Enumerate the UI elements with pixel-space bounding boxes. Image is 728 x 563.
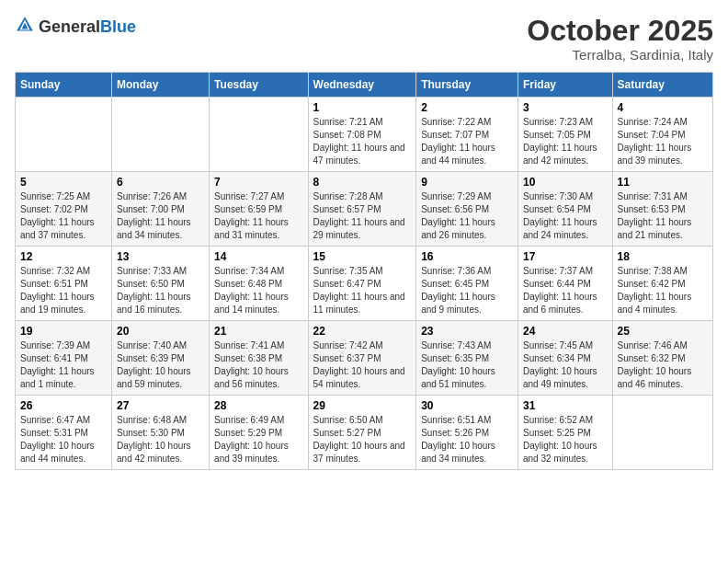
day-header-tuesday: Tuesday xyxy=(210,73,308,98)
calendar-header-row: SundayMondayTuesdayWednesdayThursdayFrid… xyxy=(16,73,713,98)
day-info: Sunrise: 7:24 AMSunset: 7:04 PMDaylight:… xyxy=(618,116,708,167)
day-number: 6 xyxy=(117,176,204,189)
calendar-cell: 31Sunrise: 6:52 AMSunset: 5:25 PMDayligh… xyxy=(518,396,612,470)
day-number: 27 xyxy=(117,399,204,412)
calendar-cell: 22Sunrise: 7:42 AMSunset: 6:37 PMDayligh… xyxy=(308,321,416,396)
day-number: 16 xyxy=(421,250,513,263)
calendar-cell: 13Sunrise: 7:33 AMSunset: 6:50 PMDayligh… xyxy=(112,247,210,321)
day-number: 9 xyxy=(421,176,513,189)
calendar-cell: 21Sunrise: 7:41 AMSunset: 6:38 PMDayligh… xyxy=(210,321,308,396)
calendar-cell: 14Sunrise: 7:34 AMSunset: 6:48 PMDayligh… xyxy=(210,247,308,321)
calendar-cell: 25Sunrise: 7:46 AMSunset: 6:32 PMDayligh… xyxy=(612,321,712,396)
calendar-week-row: 26Sunrise: 6:47 AMSunset: 5:31 PMDayligh… xyxy=(16,396,713,470)
day-header-monday: Monday xyxy=(112,73,210,98)
day-info: Sunrise: 7:23 AMSunset: 7:05 PMDaylight:… xyxy=(523,116,608,167)
calendar-cell: 29Sunrise: 6:50 AMSunset: 5:27 PMDayligh… xyxy=(308,396,416,470)
calendar-cell: 4Sunrise: 7:24 AMSunset: 7:04 PMDaylight… xyxy=(612,98,712,172)
day-number: 21 xyxy=(214,325,302,338)
calendar-cell xyxy=(112,98,210,172)
logo-text: GeneralBlue xyxy=(39,18,136,36)
day-number: 23 xyxy=(421,325,513,338)
calendar-cell xyxy=(612,396,712,470)
day-info: Sunrise: 7:42 AMSunset: 6:37 PMDaylight:… xyxy=(313,339,412,391)
calendar-cell: 9Sunrise: 7:29 AMSunset: 6:56 PMDaylight… xyxy=(416,172,518,247)
calendar-cell: 6Sunrise: 7:26 AMSunset: 7:00 PMDaylight… xyxy=(112,172,210,247)
day-info: Sunrise: 7:29 AMSunset: 6:56 PMDaylight:… xyxy=(421,190,513,242)
day-number: 2 xyxy=(421,101,513,114)
calendar-cell: 5Sunrise: 7:25 AMSunset: 7:02 PMDaylight… xyxy=(16,172,112,247)
calendar-cell: 3Sunrise: 7:23 AMSunset: 7:05 PMDaylight… xyxy=(518,98,612,172)
day-header-wednesday: Wednesday xyxy=(308,73,416,98)
day-info: Sunrise: 6:52 AMSunset: 5:25 PMDaylight:… xyxy=(523,414,608,465)
day-number: 15 xyxy=(313,250,412,263)
day-info: Sunrise: 7:25 AMSunset: 7:02 PMDaylight:… xyxy=(20,190,107,242)
calendar-cell: 2Sunrise: 7:22 AMSunset: 7:07 PMDaylight… xyxy=(416,98,518,172)
day-number: 11 xyxy=(618,176,708,189)
title-section: October 2025 Terralba, Sardinia, Italy xyxy=(527,15,713,63)
day-number: 14 xyxy=(214,250,302,263)
calendar-cell: 11Sunrise: 7:31 AMSunset: 6:53 PMDayligh… xyxy=(612,172,712,247)
day-info: Sunrise: 7:22 AMSunset: 7:07 PMDaylight:… xyxy=(421,116,513,167)
calendar-cell: 28Sunrise: 6:49 AMSunset: 5:29 PMDayligh… xyxy=(210,396,308,470)
calendar-cell: 7Sunrise: 7:27 AMSunset: 6:59 PMDaylight… xyxy=(210,172,308,247)
logo-general: General xyxy=(39,17,100,36)
day-number: 12 xyxy=(20,250,107,263)
calendar-table: SundayMondayTuesdayWednesdayThursdayFrid… xyxy=(15,72,713,470)
calendar-cell: 23Sunrise: 7:43 AMSunset: 6:35 PMDayligh… xyxy=(416,321,518,396)
day-info: Sunrise: 7:46 AMSunset: 6:32 PMDaylight:… xyxy=(618,339,708,391)
day-number: 25 xyxy=(618,325,708,338)
day-number: 19 xyxy=(20,325,107,338)
day-info: Sunrise: 6:51 AMSunset: 5:26 PMDaylight:… xyxy=(421,414,513,465)
day-info: Sunrise: 7:41 AMSunset: 6:38 PMDaylight:… xyxy=(214,339,302,391)
day-info: Sunrise: 7:31 AMSunset: 6:53 PMDaylight:… xyxy=(618,190,708,242)
day-info: Sunrise: 7:37 AMSunset: 6:44 PMDaylight:… xyxy=(523,265,608,316)
day-info: Sunrise: 7:40 AMSunset: 6:39 PMDaylight:… xyxy=(117,339,204,391)
calendar-cell: 1Sunrise: 7:21 AMSunset: 7:08 PMDaylight… xyxy=(308,98,416,172)
day-info: Sunrise: 7:27 AMSunset: 6:59 PMDaylight:… xyxy=(214,190,302,242)
day-info: Sunrise: 7:21 AMSunset: 7:08 PMDaylight:… xyxy=(313,116,412,167)
day-info: Sunrise: 7:32 AMSunset: 6:51 PMDaylight:… xyxy=(20,265,107,316)
calendar-cell: 20Sunrise: 7:40 AMSunset: 6:39 PMDayligh… xyxy=(112,321,210,396)
day-info: Sunrise: 7:38 AMSunset: 6:42 PMDaylight:… xyxy=(618,265,708,316)
calendar-cell: 24Sunrise: 7:45 AMSunset: 6:34 PMDayligh… xyxy=(518,321,612,396)
calendar-cell xyxy=(16,98,112,172)
calendar-cell: 15Sunrise: 7:35 AMSunset: 6:47 PMDayligh… xyxy=(308,247,416,321)
calendar-week-row: 19Sunrise: 7:39 AMSunset: 6:41 PMDayligh… xyxy=(16,321,713,396)
day-info: Sunrise: 7:39 AMSunset: 6:41 PMDaylight:… xyxy=(20,339,107,391)
day-number: 4 xyxy=(618,101,708,114)
calendar-week-row: 12Sunrise: 7:32 AMSunset: 6:51 PMDayligh… xyxy=(16,247,713,321)
day-number: 30 xyxy=(421,399,513,412)
calendar-week-row: 1Sunrise: 7:21 AMSunset: 7:08 PMDaylight… xyxy=(16,98,713,172)
logo-graphic xyxy=(15,15,35,39)
day-number: 26 xyxy=(20,399,107,412)
month-title: October 2025 xyxy=(527,15,713,47)
day-header-sunday: Sunday xyxy=(16,73,112,98)
day-number: 13 xyxy=(117,250,204,263)
calendar-cell xyxy=(210,98,308,172)
day-info: Sunrise: 7:34 AMSunset: 6:48 PMDaylight:… xyxy=(214,265,302,316)
logo: GeneralBlue xyxy=(15,15,136,39)
day-number: 31 xyxy=(523,399,608,412)
page-header: GeneralBlue October 2025 Terralba, Sardi… xyxy=(15,15,713,63)
calendar-cell: 18Sunrise: 7:38 AMSunset: 6:42 PMDayligh… xyxy=(612,247,712,321)
day-info: Sunrise: 7:35 AMSunset: 6:47 PMDaylight:… xyxy=(313,265,412,316)
calendar-cell: 19Sunrise: 7:39 AMSunset: 6:41 PMDayligh… xyxy=(16,321,112,396)
day-number: 3 xyxy=(523,101,608,114)
calendar-week-row: 5Sunrise: 7:25 AMSunset: 7:02 PMDaylight… xyxy=(16,172,713,247)
day-number: 7 xyxy=(214,176,302,189)
day-number: 1 xyxy=(313,101,412,114)
day-number: 28 xyxy=(214,399,302,412)
calendar-cell: 12Sunrise: 7:32 AMSunset: 6:51 PMDayligh… xyxy=(16,247,112,321)
calendar-cell: 27Sunrise: 6:48 AMSunset: 5:30 PMDayligh… xyxy=(112,396,210,470)
calendar-cell: 26Sunrise: 6:47 AMSunset: 5:31 PMDayligh… xyxy=(16,396,112,470)
day-info: Sunrise: 7:30 AMSunset: 6:54 PMDaylight:… xyxy=(523,190,608,242)
day-info: Sunrise: 7:28 AMSunset: 6:57 PMDaylight:… xyxy=(313,190,412,242)
calendar-cell: 30Sunrise: 6:51 AMSunset: 5:26 PMDayligh… xyxy=(416,396,518,470)
calendar-cell: 16Sunrise: 7:36 AMSunset: 6:45 PMDayligh… xyxy=(416,247,518,321)
day-info: Sunrise: 6:49 AMSunset: 5:29 PMDaylight:… xyxy=(214,414,302,465)
day-number: 29 xyxy=(313,399,412,412)
day-info: Sunrise: 6:50 AMSunset: 5:27 PMDaylight:… xyxy=(313,414,412,465)
day-header-thursday: Thursday xyxy=(416,73,518,98)
day-header-saturday: Saturday xyxy=(612,73,712,98)
day-info: Sunrise: 7:36 AMSunset: 6:45 PMDaylight:… xyxy=(421,265,513,316)
